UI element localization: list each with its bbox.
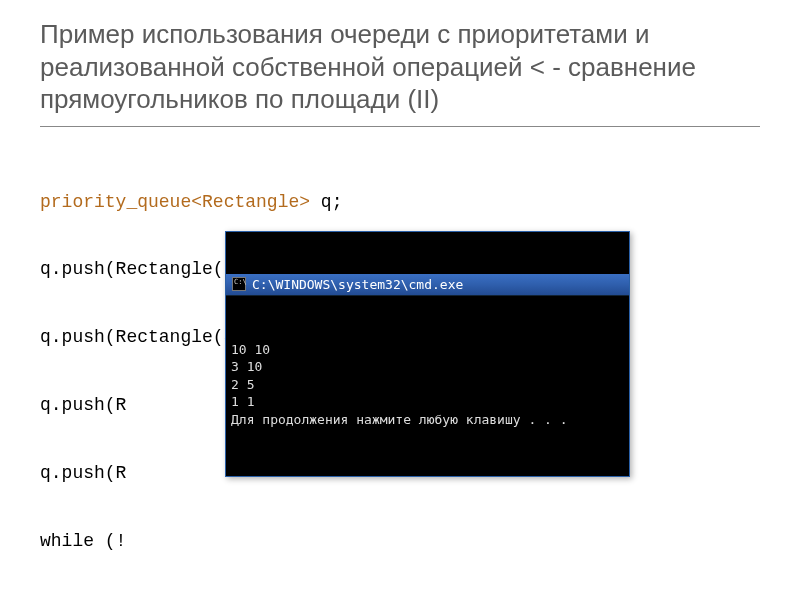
cmd-out-line: Для продолжения нажмите любую клавишу . … [231,412,568,427]
cmd-icon [232,277,246,291]
cmd-out-line: 1 1 [231,394,254,409]
title-block: Пример использования очереди с приоритет… [40,18,760,127]
cmd-out-line: 10 10 [231,342,270,357]
cmd-output: 10 10 3 10 2 5 1 1 Для продолжения нажми… [226,338,629,435]
code-line-7: { [40,596,760,600]
code-line-6: while (! [40,528,760,556]
cmd-titlebar: C:\WINDOWS\system32\cmd.exe [226,274,629,296]
cmd-out-line: 3 10 [231,359,262,374]
cmd-window: C:\WINDOWS\system32\cmd.exe 10 10 3 10 2… [225,231,630,478]
code-text: q; [310,192,342,212]
slide: Пример использования очереди с приоритет… [0,0,800,600]
slide-title: Пример использования очереди с приоритет… [40,18,760,116]
code-line-1: priority_queue<Rectangle> q; [40,189,760,217]
code-block: priority_queue<Rectangle> q; q.push(Rect… [40,149,760,601]
code-type: priority_queue [40,192,191,212]
cmd-title: C:\WINDOWS\system32\cmd.exe [252,277,463,292]
code-template: <Rectangle> [191,192,310,212]
cmd-out-line: 2 5 [231,377,254,392]
